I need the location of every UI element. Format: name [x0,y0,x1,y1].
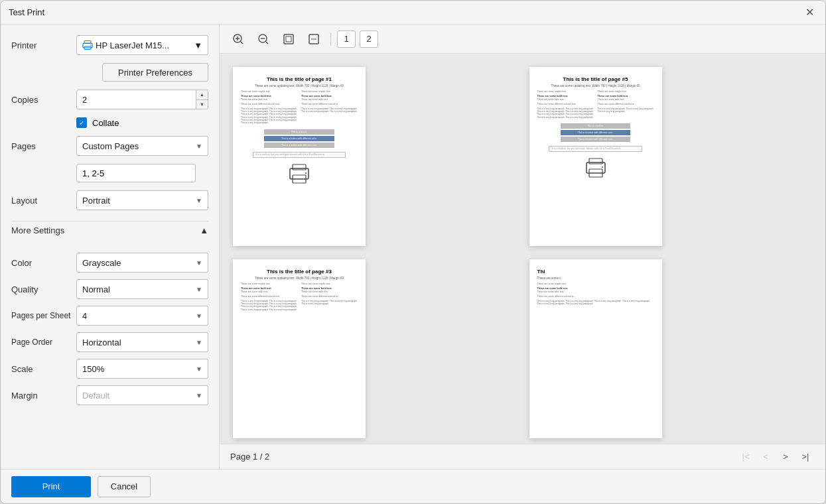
copies-label: Copies [11,95,71,105]
page5-title: This is the title of page #5 [537,76,654,82]
pages-input-field[interactable] [76,164,196,182]
page-2-label: 2 [366,34,371,44]
page-order-chevron-icon: ▼ [196,339,202,346]
svg-point-3 [90,44,91,45]
nav-prev-button[interactable]: < [756,448,775,466]
collate-label: Collate [92,118,119,128]
page-order-row: Page Order Horizontal ▼ [11,332,208,352]
svg-line-10 [266,42,268,44]
toolbar-separator [330,32,331,46]
print-button[interactable]: Print [11,476,91,497]
zoom-in-icon [232,33,244,45]
print-dialog: Test Print ✕ Printer HP LaserJet M15... [0,0,826,504]
copies-decrement[interactable]: ▼ [196,100,208,110]
printer-small-icon [82,40,93,50]
copies-increment[interactable]: ▲ [196,90,208,100]
pages-per-sheet-row: Pages per Sheet 4 ▼ [11,306,208,326]
pages-per-sheet-select[interactable]: 4 ▼ [76,306,208,326]
nav-next-button[interactable]: > [776,448,795,466]
svg-rect-20 [589,158,602,164]
page-order-label: Page Order [11,338,71,347]
page1-title: This is the title of page #1 [241,76,358,82]
pages-per-sheet-chevron-icon: ▼ [196,312,202,320]
layout-value: Portrait [82,196,110,206]
printer-icon: HP LaserJet M15... [82,40,169,50]
preview-page-3: This is the title of page #3 These are s… [233,259,366,438]
printer-preferences-button[interactable]: Printer Preferences [102,63,208,82]
page3-subtitle: These are some updating text: Width 792 … [241,277,358,280]
printer-row: Printer HP LaserJet M15... ▼ [11,35,208,55]
margin-row: Margin Default ▼ [11,385,208,405]
fit-page-icon [283,33,295,45]
preview-area: This is the title of page #1 These are s… [220,54,825,444]
left-panel: Printer HP LaserJet M15... ▼ [1,25,220,469]
zoom-out-button[interactable] [253,30,274,48]
cancel-button[interactable]: Cancel [98,476,151,497]
page-partial-title: Thi [537,269,654,275]
printer-label: Printer [11,40,71,50]
page-order-value: Horizontal [82,338,121,347]
fit-width-icon [308,33,320,45]
zoom-in-button[interactable] [228,30,249,48]
pages-chevron-icon: ▼ [196,143,202,150]
close-button[interactable]: ✕ [801,5,817,21]
svg-line-7 [241,42,243,44]
color-chevron-icon: ▼ [196,259,202,267]
margin-value: Default [82,391,109,401]
quality-label: Quality [11,284,71,294]
preview-printer-icon [287,163,312,184]
scale-select[interactable]: 150% ▼ [76,359,208,379]
svg-rect-12 [286,36,291,42]
nav-last-button[interactable]: >| [796,448,815,466]
layout-select[interactable]: Portrait ▼ [76,190,208,210]
scale-row: Scale 150% ▼ [11,359,208,379]
preview-page-5: This is the title of page #5 These are s… [529,67,662,246]
margin-select[interactable]: Default ▼ [76,385,208,405]
scale-chevron-icon: ▼ [196,365,202,373]
pages-per-sheet-value: 4 [82,311,87,321]
preview-bottom-bar: Page 1 / 2 |< < > >| [220,444,825,469]
right-panel: 1 2 This is the title of page #1 These a… [220,25,825,469]
page-order-select[interactable]: Horizontal ▼ [76,332,208,352]
svg-rect-16 [293,164,306,170]
title-bar: Test Print ✕ [1,1,825,25]
quality-select[interactable]: Normal ▼ [76,279,208,299]
fit-width-button[interactable] [303,30,324,48]
color-label: Color [11,258,71,268]
copies-value: 2 [77,95,196,105]
svg-point-18 [305,172,307,174]
quality-chevron-icon: ▼ [196,286,202,293]
nav-first-button[interactable]: |< [736,448,755,466]
pages-select[interactable]: Custom Pages ▼ [76,136,208,156]
printer-select[interactable]: HP LaserJet M15... ▼ [76,35,208,55]
page-indicator-1[interactable]: 1 [337,31,356,48]
nav-buttons: |< < > >| [736,448,815,466]
page-indicator-2[interactable]: 2 [360,31,378,48]
bottom-bar: Print Cancel [1,469,825,503]
color-select[interactable]: Grayscale ▼ [76,253,208,273]
printer-value: HP LaserJet M15... [96,40,169,50]
zoom-out-icon [257,33,269,45]
layout-label: Layout [11,196,71,206]
preview-printer-icon-5 [583,157,608,178]
scale-label: Scale [11,364,71,374]
quality-row: Quality Normal ▼ [11,279,208,299]
layout-row: Layout Portrait ▼ [11,190,208,210]
preview-page-partial: Thi These are some c These are some mayb… [529,259,662,438]
fit-page-button[interactable] [278,30,299,48]
scale-value: 150% [82,364,104,374]
pages-row: Pages Custom Pages ▼ [11,136,208,156]
more-settings-header[interactable]: More Settings ▲ [11,221,208,239]
collate-checkbox[interactable]: ✓ [76,117,87,128]
page-info: Page 1 / 2 [230,452,269,462]
quality-value: Normal [82,284,110,294]
preview-page-1: This is the title of page #1 These are s… [233,67,366,246]
margin-chevron-icon: ▼ [196,392,202,399]
main-content: Printer HP LaserJet M15... ▼ [1,25,825,469]
collate-row: ✓ Collate [76,117,208,128]
dialog-title: Test Print [9,7,44,17]
color-value: Grayscale [82,258,121,268]
copies-input[interactable]: 2 ▲ ▼ [76,90,208,109]
page5-subtitle: These are some updating text: Width 792 … [537,84,654,88]
layout-chevron-icon: ▼ [196,197,202,204]
